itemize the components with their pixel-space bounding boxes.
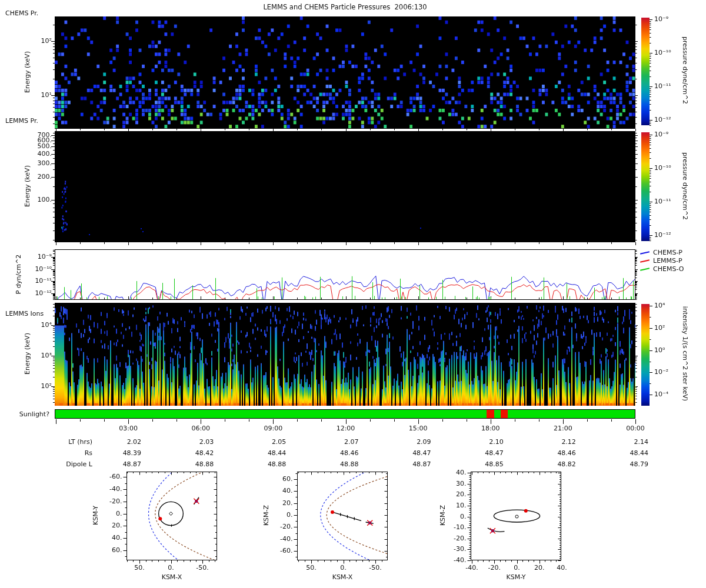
pressure-colorbar-label-1: pressure dyne/cm^2 xyxy=(681,29,689,112)
ephemeris-value: 48.44 xyxy=(245,449,286,457)
panel-label-lemms: LEMMS Pr. xyxy=(5,117,38,125)
ephemeris-value: 2.03 xyxy=(172,438,214,446)
pressure-colorbar-1 xyxy=(641,18,650,125)
ephemeris-value: 48.82 xyxy=(535,460,576,468)
ksm-x-label-a: KSM-X xyxy=(136,573,207,581)
orbit-y-tick-label: 20. xyxy=(252,499,293,507)
ephemeris-value: 48.88 xyxy=(318,460,359,468)
ephemeris-value: 48.88 xyxy=(172,460,214,468)
energy-tick-label: 10¹ xyxy=(11,91,52,99)
time-tick-label: 21:00 xyxy=(537,425,590,432)
orbit-y-tick-label: -20. xyxy=(252,523,293,530)
sunlight-off-segment xyxy=(487,410,494,418)
pressure-tick-label: 10⁻⁹ xyxy=(11,253,52,260)
ksm-y-label-c: KSM-Y xyxy=(481,573,551,581)
orbit-y-tick-label: 60. xyxy=(252,475,293,483)
panel-label-lemms-ions: LEMMS Ions xyxy=(5,310,44,318)
colorbar-tick-label: 10⁴ xyxy=(654,302,665,309)
orbit-y-tick-label: -20. xyxy=(81,497,122,505)
lemms-ions-spectrogram xyxy=(55,303,635,406)
ephemeris-value: 2.05 xyxy=(245,438,286,446)
colorbar-tick-label: 10⁻² xyxy=(654,368,668,376)
colorbar-tick-label: 10⁻¹² xyxy=(654,231,671,239)
ephemeris-value: 48.47 xyxy=(390,449,431,457)
sunlight-label: Sunlight? xyxy=(0,410,49,418)
energy-tick-label: 400. xyxy=(11,150,52,158)
colorbar-tick-label: 10⁻¹⁰ xyxy=(654,164,671,172)
ephemeris-value: 2.09 xyxy=(390,438,431,446)
intensity-colorbar-label: intensity 1/(s cm^2 ster keV) xyxy=(681,301,689,407)
energy-tick-label: 300. xyxy=(11,159,52,167)
colorbar-tick-label: 10⁻¹² xyxy=(654,116,671,123)
pressure-tick-label: 10⁻¹² xyxy=(11,289,52,297)
ephemeris-value: 2.10 xyxy=(462,438,504,446)
orbit-y-tick-label: -60. xyxy=(252,547,293,554)
ephemeris-value: 48.88 xyxy=(245,460,286,468)
orbit-y-tick-label: -40. xyxy=(425,556,467,564)
energy-tick-label: 10⁴ xyxy=(11,321,52,329)
ksm-x-label-b: KSM-X xyxy=(307,573,378,581)
sunlight-strip xyxy=(55,409,635,419)
lemms-pressure-spectrogram xyxy=(55,131,635,242)
time-tick-label: 03:00 xyxy=(102,425,155,432)
energy-tick-label: 10³ xyxy=(11,352,52,359)
orbit-y-tick-label: 0. xyxy=(252,511,293,519)
orbit-y-tick-label: 20. xyxy=(425,490,467,498)
eph-row-label-lt: LT (hrs) xyxy=(34,438,92,446)
ephemeris-value: 48.46 xyxy=(535,449,576,457)
orbit-y-tick-label: 40. xyxy=(425,469,467,476)
colorbar-tick-label: 10⁻⁴ xyxy=(654,390,668,398)
pressure-tick-label: 10⁻¹¹ xyxy=(11,277,52,285)
chems-pressure-spectrogram xyxy=(55,16,635,129)
ephemeris-value: 48.39 xyxy=(100,449,141,457)
energy-tick-label: 100. xyxy=(11,196,52,203)
legend-label-chems-p: CHEMS-P xyxy=(653,249,682,256)
time-tick-label: 00:00 xyxy=(609,425,662,432)
legend-label-chems-o: CHEMS-O xyxy=(653,265,684,273)
colorbar-tick-label: 10⁻⁹ xyxy=(654,131,668,138)
ephemeris-value: 2.12 xyxy=(535,438,576,446)
ephemeris-value: 48.42 xyxy=(172,449,214,457)
time-tick-label: 12:00 xyxy=(319,425,372,432)
ephemeris-value: 48.87 xyxy=(100,460,141,468)
orbit-y-tick-label: 0. xyxy=(81,510,122,517)
orbit-y-tick-label: 30. xyxy=(425,480,467,487)
ephemeris-value: 2.02 xyxy=(100,438,141,446)
pressure-colorbar-2 xyxy=(641,132,650,241)
colorbar-tick-label: 10⁻¹⁰ xyxy=(654,49,671,56)
ephemeris-value: 2.14 xyxy=(607,438,648,446)
time-tick-label: 18:00 xyxy=(464,425,517,432)
orbit-y-tick-label: 10. xyxy=(425,502,467,509)
colorbar-tick-label: 10⁰ xyxy=(654,346,665,354)
ephemeris-value: 48.47 xyxy=(462,449,504,457)
orbit-x-tick-label: -50. xyxy=(176,564,229,572)
intensity-colorbar xyxy=(641,304,650,406)
energy-tick-label: 200. xyxy=(11,173,52,181)
pressure-line-plot-frame xyxy=(55,249,635,300)
orbit-y-tick-label: 20. xyxy=(81,522,122,529)
energy-tick-label: 500. xyxy=(11,142,52,150)
sunlight-off-segment xyxy=(501,410,508,418)
orbit-y-tick-label: -40. xyxy=(252,535,293,543)
legend-label-lemms-p: LEMMS-P xyxy=(653,257,682,265)
page-title: LEMMS and CHEMS Particle Pressures 2006:… xyxy=(55,4,635,11)
orbit-y-tick-label: -60. xyxy=(81,473,122,480)
orbit-y-tick-label: -10. xyxy=(425,523,467,531)
orbit-y-tick-label: -40. xyxy=(81,485,122,493)
plot-page: LEMMS and CHEMS Particle Pressures 2006:… xyxy=(0,0,706,588)
colorbar-tick-label: 10⁻¹¹ xyxy=(654,82,671,90)
ephemeris-value: 48.85 xyxy=(462,460,504,468)
time-tick-label: 06:00 xyxy=(174,425,227,432)
orbit-y-tick-label: -20. xyxy=(425,534,467,542)
orbit-y-tick-label: 0. xyxy=(425,513,467,520)
eph-row-label-dipole: Dipole L xyxy=(34,460,92,468)
colorbar-tick-label: 10⁻¹¹ xyxy=(654,198,671,205)
ephemeris-value: 48.44 xyxy=(607,449,648,457)
orbit-y-tick-label: 40. xyxy=(252,487,293,495)
orbit-y-tick-label: 40. xyxy=(81,534,122,542)
time-tick-label: 09:00 xyxy=(247,425,299,432)
energy-tick-label: 10² xyxy=(11,37,52,45)
ephemeris-value: 48.46 xyxy=(318,449,359,457)
pressure-colorbar-label-2: pressure dyne/cm^2 xyxy=(681,145,689,228)
panel-label-chems: CHEMS Pr. xyxy=(5,9,38,17)
